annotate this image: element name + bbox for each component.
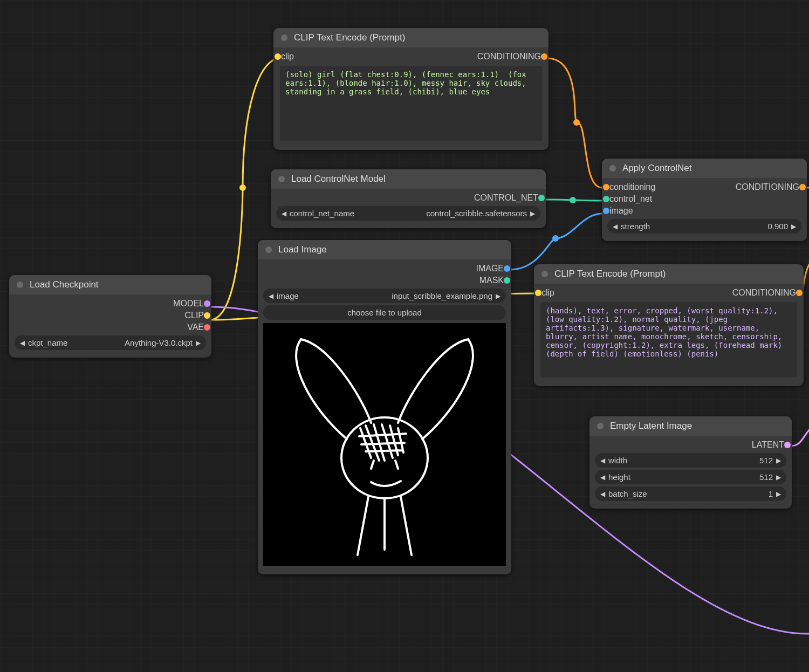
node-title: Load ControlNet Model <box>291 174 386 184</box>
svg-point-0 <box>239 184 246 191</box>
port-controlnet-icon[interactable] <box>538 195 545 201</box>
output-conditioning[interactable]: CONDITIONING <box>669 287 799 299</box>
chevron-right-icon[interactable]: ▶ <box>530 210 535 217</box>
strength-widget[interactable]: ◀ strength 0.900 ▶ <box>607 219 801 234</box>
chevron-left-icon[interactable]: ◀ <box>600 457 605 464</box>
port-conditioning-icon[interactable] <box>541 53 547 60</box>
node-titlebar[interactable]: Load ControlNet Model <box>271 169 546 189</box>
height-widget[interactable]: ◀ height 512 ▶ <box>595 470 786 484</box>
collapse-dot-icon[interactable] <box>609 165 616 172</box>
port-model-icon[interactable] <box>204 300 210 307</box>
port-conditioning-icon[interactable] <box>796 290 803 296</box>
input-image[interactable]: image <box>606 205 803 217</box>
node-title: Load Image <box>278 244 327 255</box>
chevron-right-icon[interactable]: ▶ <box>776 457 781 464</box>
chevron-left-icon[interactable]: ◀ <box>600 474 605 481</box>
upload-button[interactable]: choose file to upload <box>263 305 506 320</box>
svg-point-2 <box>570 197 576 203</box>
collapse-dot-icon[interactable] <box>281 35 287 41</box>
chevron-right-icon[interactable]: ▶ <box>776 490 781 498</box>
node-title: CLIP Text Encode (Prompt) <box>294 32 405 43</box>
output-image[interactable]: IMAGE <box>262 263 507 275</box>
port-conditioning-icon[interactable] <box>603 184 609 190</box>
node-titlebar[interactable]: Load Image <box>258 240 511 259</box>
node-titlebar[interactable]: Apply ControlNet <box>602 159 807 178</box>
chevron-right-icon[interactable]: ▶ <box>776 474 781 481</box>
port-mask-icon[interactable] <box>504 277 510 284</box>
output-controlnet[interactable]: CONTROL_NET <box>275 192 541 204</box>
port-image-icon[interactable] <box>504 265 510 272</box>
output-conditioning[interactable]: CONDITIONING <box>411 51 544 63</box>
collapse-dot-icon[interactable] <box>17 282 23 288</box>
svg-point-1 <box>573 119 580 126</box>
input-clip[interactable]: clip <box>538 287 669 299</box>
node-title: Apply ControlNet <box>622 163 692 174</box>
port-clip-icon[interactable] <box>204 312 210 319</box>
node-title: CLIP Text Encode (Prompt) <box>554 269 666 279</box>
node-title: Load Checkpoint <box>30 279 99 290</box>
output-conditioning[interactable]: CONDITIONING <box>704 181 803 193</box>
port-clip-icon[interactable] <box>275 53 281 60</box>
svg-point-3 <box>552 235 559 242</box>
node-apply-controlnet[interactable]: Apply ControlNet conditioning CONDITIONI… <box>602 159 807 241</box>
node-title: Empty Latent Image <box>610 421 692 431</box>
input-controlnet[interactable]: control_net <box>606 193 803 205</box>
node-clip-encode-negative[interactable]: CLIP Text Encode (Prompt) clip CONDITION… <box>534 264 804 386</box>
node-load-checkpoint[interactable]: Load Checkpoint MODEL CLIP VAE ◀ ckpt_na… <box>9 275 211 358</box>
output-clip[interactable]: CLIP <box>13 310 207 321</box>
image-preview <box>263 323 506 566</box>
collapse-dot-icon[interactable] <box>278 176 285 182</box>
node-clip-encode-positive[interactable]: CLIP Text Encode (Prompt) clip CONDITION… <box>273 28 549 150</box>
node-titlebar[interactable]: CLIP Text Encode (Prompt) <box>273 28 549 47</box>
port-vae-icon[interactable] <box>204 324 210 331</box>
chevron-left-icon[interactable]: ◀ <box>613 223 618 230</box>
width-widget[interactable]: ◀ width 512 ▶ <box>595 453 786 468</box>
controlnet-name-widget[interactable]: ◀ control_net_name control_scribble.safe… <box>276 206 540 221</box>
chevron-right-icon[interactable]: ▶ <box>496 292 501 300</box>
node-titlebar[interactable]: Load Checkpoint <box>9 275 211 294</box>
node-titlebar[interactable]: Empty Latent Image <box>589 416 792 436</box>
node-titlebar[interactable]: CLIP Text Encode (Prompt) <box>534 264 804 284</box>
node-empty-latent[interactable]: Empty Latent Image LATENT ◀ width 512 ▶ … <box>589 416 792 509</box>
prompt-textarea[interactable]: (hands), text, error, cropped, (worst qu… <box>540 302 797 378</box>
batch-size-widget[interactable]: ◀ batch_size 1 ▶ <box>595 486 786 501</box>
ckpt-name-widget[interactable]: ◀ ckpt_name Anything-V3.0.ckpt ▶ <box>15 335 206 350</box>
image-name-widget[interactable]: ◀ image input_scribble_example.png ▶ <box>263 289 506 303</box>
prompt-textarea[interactable]: (solo) girl (flat chest:0.9), (fennec ea… <box>280 66 542 141</box>
collapse-dot-icon[interactable] <box>541 271 548 277</box>
collapse-dot-icon[interactable] <box>597 423 604 429</box>
output-vae[interactable]: VAE <box>13 321 207 333</box>
port-conditioning-icon[interactable] <box>799 184 806 190</box>
collapse-dot-icon[interactable] <box>265 246 272 253</box>
chevron-left-icon[interactable]: ◀ <box>282 210 286 217</box>
chevron-right-icon[interactable]: ▶ <box>196 339 201 347</box>
port-clip-icon[interactable] <box>535 290 541 296</box>
output-latent[interactable]: LATENT <box>594 439 787 451</box>
output-model[interactable]: MODEL <box>13 298 207 310</box>
chevron-left-icon[interactable]: ◀ <box>269 292 273 300</box>
port-controlnet-icon[interactable] <box>603 196 609 202</box>
scribble-sketch-icon <box>263 323 506 566</box>
output-mask[interactable]: MASK <box>262 275 507 286</box>
node-load-controlnet[interactable]: Load ControlNet Model CONTROL_NET ◀ cont… <box>271 169 546 228</box>
port-image-icon[interactable] <box>603 208 609 214</box>
port-latent-icon[interactable] <box>784 442 791 448</box>
chevron-left-icon[interactable]: ◀ <box>600 490 605 498</box>
input-conditioning[interactable]: conditioning <box>606 181 704 193</box>
input-clip[interactable]: clip <box>278 51 411 63</box>
node-load-image[interactable]: Load Image IMAGE MASK ◀ image input_scri… <box>258 240 511 574</box>
chevron-right-icon[interactable]: ▶ <box>791 223 796 230</box>
chevron-left-icon[interactable]: ◀ <box>20 339 25 347</box>
